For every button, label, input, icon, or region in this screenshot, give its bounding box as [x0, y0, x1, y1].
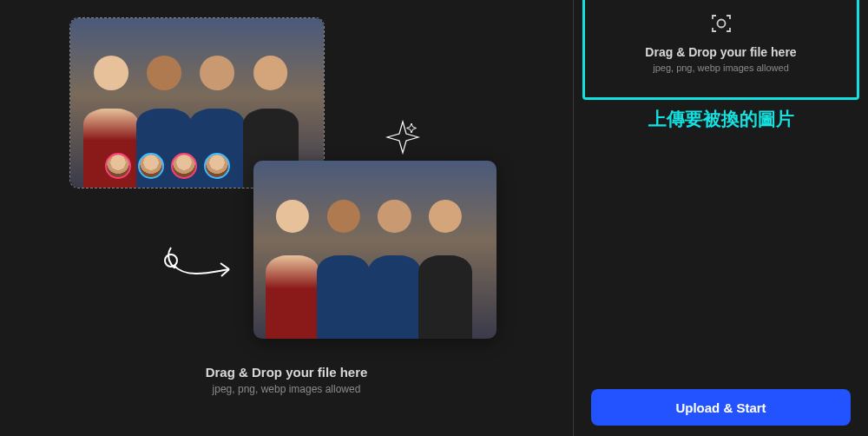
demo-image-content: [253, 161, 496, 339]
app-root: Drag & Drop your file here jpeg, png, we…: [0, 0, 868, 436]
sparkle-icon: [385, 120, 420, 155]
face-thumb[interactable]: [105, 153, 131, 179]
left-dropzone[interactable]: Drag & Drop your file here jpeg, png, we…: [0, 365, 573, 395]
upload-annotation: 上傳要被換的圖片: [574, 107, 868, 131]
left-pane: Drag & Drop your file here jpeg, png, we…: [0, 0, 573, 436]
upload-start-button[interactable]: Upload & Start: [591, 389, 851, 426]
arrow-icon: [158, 235, 245, 287]
upload-target-icon: [710, 12, 733, 35]
upload-dropzone[interactable]: Drag & Drop your file here jpeg, png, we…: [582, 0, 859, 100]
right-pane: Drag & Drop your file here jpeg, png, we…: [574, 0, 868, 436]
svg-point-1: [717, 20, 725, 28]
face-thumb[interactable]: [138, 153, 164, 179]
upload-title: Drag & Drop your file here: [594, 45, 848, 59]
face-thumbnails: [105, 153, 230, 179]
left-drop-title: Drag & Drop your file here: [0, 365, 573, 380]
demo-image-result: [253, 161, 496, 339]
face-thumb[interactable]: [204, 153, 230, 179]
left-drop-subtitle: jpeg, png, webp images allowed: [0, 383, 573, 395]
face-thumb[interactable]: [171, 153, 197, 179]
upload-subtitle: jpeg, png, webp images allowed: [594, 63, 848, 73]
